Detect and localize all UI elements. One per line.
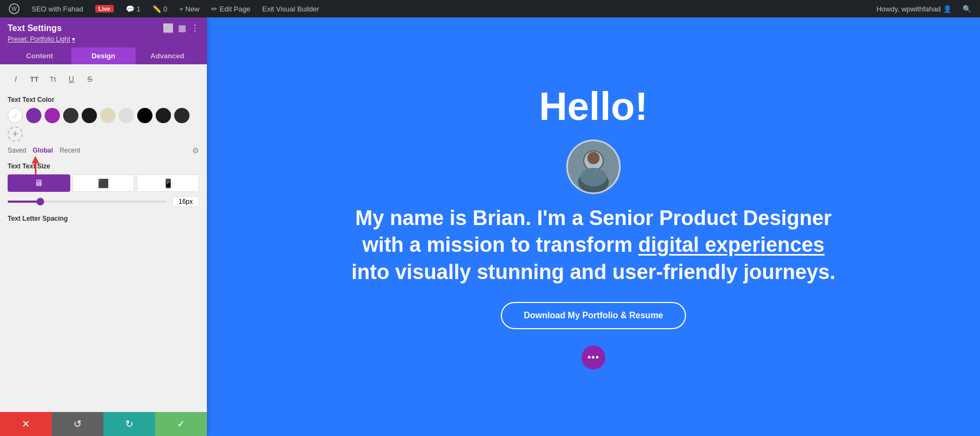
arrow-stem	[35, 164, 36, 174]
preset-text[interactable]: Preset: Portfolio Light	[8, 35, 70, 43]
gear-icon[interactable]: ⚙	[192, 146, 199, 155]
color-swatch-black3[interactable]	[174, 108, 189, 123]
columns-icon[interactable]: ▦	[178, 23, 186, 33]
site-name-item[interactable]: SEO with Fahad	[27, 0, 88, 17]
live-badge: Live	[95, 5, 114, 13]
strikethrough-button[interactable]: S	[82, 71, 98, 87]
preset-label: Preset: Portfolio Light ▾	[8, 35, 199, 43]
arrow-up-icon	[32, 156, 39, 164]
color-swatch-darkgray[interactable]	[63, 108, 78, 123]
main-layout: Text Settings ⬜ ▦ ⋮ Preset: Portfolio Li…	[0, 17, 980, 436]
panel-header: Text Settings ⬜ ▦ ⋮ Preset: Portfolio Li…	[0, 17, 207, 64]
avatar-icon: 👤	[943, 5, 952, 13]
tab-design[interactable]: Design	[71, 47, 135, 64]
site-name: SEO with Fahad	[32, 5, 83, 13]
color-tab-recent[interactable]: Recent	[59, 147, 80, 154]
svg-point-7	[580, 168, 607, 186]
size-number: 16px	[179, 198, 193, 205]
panel-header-icons: ⬜ ▦ ⋮	[163, 23, 199, 33]
howdy-item[interactable]: Howdy, wpwithfahad 👤	[872, 5, 956, 13]
hero-description: My name is Brian. I'm a Senior Product D…	[348, 205, 838, 286]
wp-logo-icon: W	[9, 3, 20, 14]
svg-point-6	[587, 152, 600, 165]
more-button[interactable]: •••	[581, 346, 605, 370]
new-label: + New	[179, 5, 199, 13]
sidebar-panel: Text Settings ⬜ ▦ ⋮ Preset: Portfolio Li…	[0, 17, 207, 436]
howdy-text: Howdy, wpwithfahad	[877, 5, 941, 13]
redo-button[interactable]: ↻	[103, 412, 155, 436]
expand-icon[interactable]: ⬜	[163, 23, 174, 33]
download-button[interactable]: Download My Portfolio & Resume	[501, 302, 686, 329]
tablet-tab[interactable]: ⬛	[72, 174, 135, 192]
edit-page-item[interactable]: ✏ Edit Page	[207, 0, 254, 17]
wp-logo-item[interactable]: W	[4, 0, 24, 17]
avatar	[566, 140, 621, 194]
color-tab-global[interactable]: Global	[33, 147, 53, 154]
color-tabs: Saved Global Recent ⚙	[8, 146, 199, 155]
new-item[interactable]: + New	[175, 0, 204, 17]
search-item[interactable]: 🔍	[958, 5, 976, 13]
admin-bar-right: Howdy, wpwithfahad 👤 🔍	[872, 5, 976, 13]
undo-button[interactable]: ↺	[52, 412, 103, 436]
slider-thumb[interactable]	[36, 198, 44, 205]
color-tab-saved[interactable]: Saved	[8, 147, 26, 154]
desktop-tab[interactable]: 🖥	[8, 174, 70, 192]
avatar-image	[568, 141, 619, 192]
exit-builder-label: Exit Visual Builder	[262, 5, 320, 13]
more-label: •••	[587, 352, 599, 364]
color-swatch-cream[interactable]	[100, 108, 115, 123]
panel-tabs: Content Design Advanced	[8, 47, 199, 64]
panel-title: Text Settings	[8, 23, 62, 33]
size-value[interactable]: 16px	[172, 196, 199, 207]
search-icon: 🔍	[963, 5, 971, 13]
mobile-tab[interactable]: 📱	[137, 174, 199, 192]
uppercase-button[interactable]: TT	[26, 71, 42, 87]
color-grid: ⟋ +	[8, 108, 199, 142]
panel-title-row: Text Settings ⬜ ▦ ⋮	[8, 23, 199, 33]
confirm-button[interactable]: ✓	[155, 412, 207, 436]
color-section-label: Text Text Color	[8, 96, 199, 104]
color-swatch-black[interactable]	[137, 108, 152, 123]
slider-track[interactable]	[8, 201, 167, 203]
size-slider-row: 16px	[8, 196, 199, 207]
exit-builder-item[interactable]: Exit Visual Builder	[258, 0, 324, 17]
panel-body: I TT Tt U S Text Text Color ⟋ +	[0, 64, 207, 412]
tab-advanced[interactable]: Advanced	[136, 47, 199, 64]
edit-page-label: Edit Page	[219, 5, 250, 13]
comment-count: 1	[137, 5, 140, 13]
chevron-down-icon: ▾	[72, 35, 75, 43]
color-swatch-nearblack[interactable]	[82, 108, 97, 123]
capitalize-button[interactable]: Tt	[45, 71, 61, 87]
italic-button[interactable]: I	[8, 71, 24, 87]
spacing-section-label: Text Letter Spacing	[8, 215, 199, 222]
device-tabs: 🖥 ⬛ 📱	[8, 174, 199, 192]
pencil-icon: ✏	[211, 5, 217, 13]
svg-text:W: W	[11, 6, 17, 12]
underline-button[interactable]: U	[63, 71, 79, 87]
note-item[interactable]: ✏️ 0	[148, 0, 171, 17]
format-toolbar: I TT Tt U S	[8, 71, 199, 87]
color-swatch-lightgray[interactable]	[119, 108, 134, 123]
download-label: Download My Portfolio & Resume	[524, 311, 663, 320]
color-swatch-purple[interactable]	[26, 108, 41, 123]
note-icon: ✏️	[152, 5, 161, 13]
cancel-button[interactable]: ✕	[0, 412, 52, 436]
more-options-icon[interactable]: ⋮	[191, 23, 199, 33]
color-swatch-black2[interactable]	[156, 108, 171, 123]
no-color-swatch[interactable]: ⟋	[8, 108, 23, 123]
slider-fill	[8, 201, 39, 203]
note-count: 0	[163, 5, 167, 13]
underline-text: digital experiences	[638, 233, 824, 256]
comment-item[interactable]: 💬 1	[121, 0, 145, 17]
action-bar: ✕ ↺ ↻ ✓	[0, 412, 207, 436]
color-swatch-violet[interactable]	[45, 108, 60, 123]
add-color-button[interactable]: +	[8, 126, 23, 142]
canvas-area: Hello! My name is Brian. I'm a Senior Pr…	[207, 17, 980, 436]
tab-content[interactable]: Content	[8, 47, 71, 64]
admin-bar: W SEO with Fahad Live 💬 1 ✏️ 0 + New ✏ E…	[0, 0, 980, 17]
arrow-indicator	[32, 156, 39, 174]
live-badge-item[interactable]: Live	[91, 0, 118, 17]
hero-title: Hello!	[539, 84, 648, 129]
comment-icon: 💬	[126, 5, 134, 13]
